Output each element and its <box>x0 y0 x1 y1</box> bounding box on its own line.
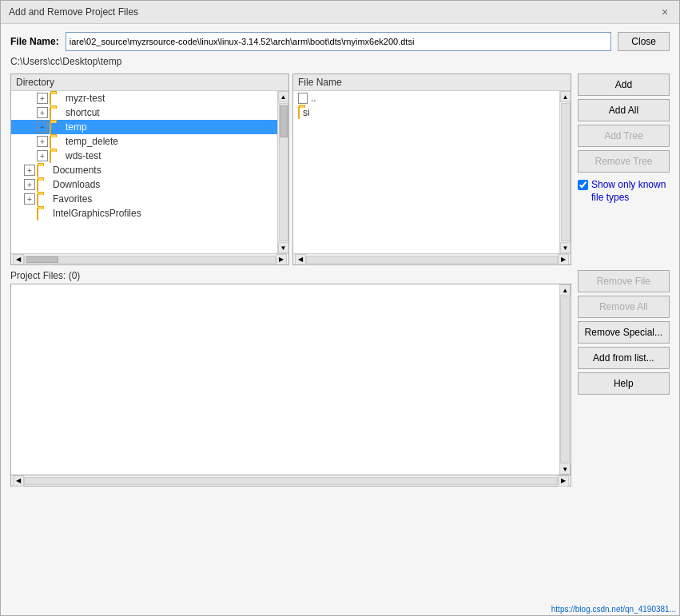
tree-item-shortcut[interactable]: + shortcut <box>11 105 277 120</box>
project-files-box: ▲ ▼ <box>10 284 571 475</box>
scroll-thumb[interactable] <box>280 105 288 137</box>
expander[interactable]: + <box>37 136 48 147</box>
tree-item-downloads[interactable]: + Downloads <box>11 177 277 192</box>
remove-special-button[interactable]: Remove Special... <box>578 321 670 344</box>
scroll-up[interactable]: ▲ <box>559 284 571 296</box>
tree-item-label: Favorites <box>53 193 92 205</box>
tree-item-label: wds-test <box>66 150 101 161</box>
scroll-right[interactable]: ▶ <box>276 254 287 265</box>
tree-item-myzr-test[interactable]: + myzr-test <box>11 91 277 105</box>
file-item-label: .. <box>311 93 316 104</box>
directory-hscroll[interactable]: ◀ ▶ <box>11 253 288 264</box>
dialog-body: File Name: Close C:\Users\cc\Desktop\tem… <box>1 24 679 615</box>
add-from-list-button[interactable]: Add from list... <box>578 347 670 369</box>
show-known-types-label: Show only knownfile types <box>591 179 666 204</box>
show-known-types-row: Show only knownfile types <box>578 179 670 204</box>
expander[interactable]: + <box>37 107 48 118</box>
help-button[interactable]: Help <box>578 372 670 395</box>
expander[interactable]: + <box>24 165 35 176</box>
panels-area: Directory + myzr-test + <box>10 74 670 265</box>
add-all-button[interactable]: Add All <box>578 99 670 121</box>
tree-item-label: temp_delete <box>66 136 118 147</box>
show-known-types-checkbox[interactable] <box>578 180 588 190</box>
tree-item-wds-test[interactable]: + wds-test <box>11 149 277 163</box>
file-name-label: File Name: <box>10 36 59 47</box>
scroll-down[interactable]: ▼ <box>560 242 571 253</box>
close-x-button[interactable]: × <box>658 6 671 18</box>
file-item-parent[interactable]: .. <box>293 91 559 105</box>
action-buttons: Add Add All Add Tree Remove Tree Show on… <box>578 74 670 265</box>
scroll-right[interactable]: ▶ <box>558 475 569 487</box>
dialog: Add and Remove Project Files × File Name… <box>0 0 680 616</box>
scroll-h-track <box>24 477 558 485</box>
remove-tree-button[interactable]: Remove Tree <box>578 150 670 173</box>
scroll-right[interactable]: ▶ <box>558 254 569 265</box>
scroll-down[interactable]: ▼ <box>559 463 571 475</box>
filename-vscroll[interactable]: ▲ ▼ <box>559 91 571 253</box>
tree-item-label: myzr-test <box>66 93 105 104</box>
tree-item-label: Downloads <box>53 179 100 190</box>
scroll-down[interactable]: ▼ <box>278 242 289 253</box>
remove-all-button[interactable]: Remove All <box>578 296 670 318</box>
scroll-left[interactable]: ◀ <box>13 475 24 487</box>
expander[interactable]: + <box>37 150 48 161</box>
expander[interactable]: + <box>24 193 35 205</box>
project-files-scroll[interactable] <box>11 284 559 475</box>
project-files-vscroll[interactable]: ▲ ▼ <box>559 284 571 475</box>
directory-scroll[interactable]: + myzr-test + shortcut + <box>11 91 277 253</box>
scroll-left[interactable]: ◀ <box>295 254 306 265</box>
filename-scroll[interactable]: .. si <box>293 91 559 253</box>
tree-item-favorites[interactable]: + Favorites <box>11 192 277 206</box>
filename-panel-header: File Name <box>293 74 571 91</box>
tree-item-temp-delete[interactable]: + temp_delete <box>11 134 277 149</box>
add-tree-button[interactable]: Add Tree <box>578 125 670 147</box>
path-label: C:\Users\cc\Desktop\temp <box>10 56 670 67</box>
scroll-left[interactable]: ◀ <box>13 254 24 265</box>
filename-hscroll[interactable]: ◀ ▶ <box>293 253 571 264</box>
title-bar: Add and Remove Project Files × <box>1 1 679 24</box>
tree-item-label: IntelGraphicsProfiles <box>53 208 141 219</box>
file-name-input[interactable] <box>66 32 612 51</box>
url-bar: https://blog.csdn.net/qn_4190381... <box>551 605 676 614</box>
tree-item-label: shortcut <box>66 107 100 118</box>
expander[interactable]: + <box>24 179 35 190</box>
project-files-label: Project Files: (0) <box>10 270 571 281</box>
scroll-h-track <box>306 256 558 264</box>
scroll-h-track <box>24 256 276 264</box>
project-files-area: Project Files: (0) ▲ ▼ ◀ ▶ <box>10 270 571 487</box>
project-files-hscroll[interactable]: ◀ ▶ <box>10 475 571 487</box>
bottom-buttons: Remove File Remove All Remove Special...… <box>578 270 670 487</box>
scroll-up[interactable]: ▲ <box>278 91 289 102</box>
directory-vscroll[interactable]: ▲ ▼ <box>277 91 288 253</box>
scroll-track <box>560 296 570 463</box>
tree-item-temp[interactable]: + temp <box>11 120 277 134</box>
file-item-si[interactable]: si <box>293 105 559 120</box>
tree-item-intel[interactable]: IntelGraphicsProfiles <box>11 206 277 221</box>
scroll-h-thumb[interactable] <box>26 256 58 263</box>
tree-item-label: temp <box>66 121 87 133</box>
file-icon <box>298 93 308 104</box>
scroll-track <box>561 103 571 241</box>
close-button[interactable]: Close <box>618 32 670 51</box>
tree-item-label: Documents <box>53 165 101 176</box>
bottom-row: Project Files: (0) ▲ ▼ ◀ ▶ <box>10 270 670 487</box>
file-name-row: File Name: Close <box>10 32 670 51</box>
file-item-label: si <box>303 107 310 118</box>
dialog-title: Add and Remove Project Files <box>9 6 138 18</box>
directory-panel: Directory + myzr-test + <box>10 74 289 265</box>
remove-file-button[interactable]: Remove File <box>578 270 670 292</box>
scroll-track <box>279 103 288 241</box>
directory-panel-header: Directory <box>11 74 288 91</box>
scroll-up[interactable]: ▲ <box>560 91 571 102</box>
expander[interactable]: + <box>37 121 48 133</box>
filename-panel: File Name .. si <box>292 74 571 265</box>
expander[interactable]: + <box>37 93 48 104</box>
add-button[interactable]: Add <box>578 74 670 96</box>
tree-item-documents[interactable]: + Documents <box>11 163 277 177</box>
